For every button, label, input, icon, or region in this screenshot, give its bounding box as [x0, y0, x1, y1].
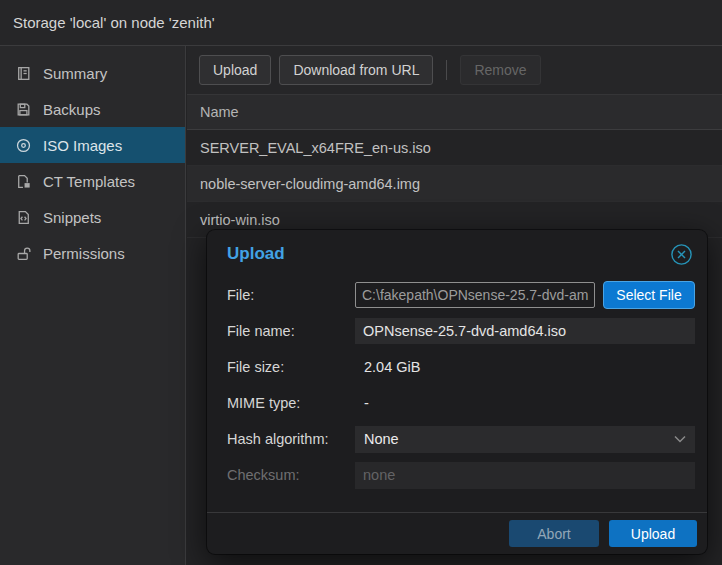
code-file-icon [15, 209, 32, 226]
file-name-field[interactable]: OPNsense-25.7-dvd-amd64.iso [355, 318, 695, 344]
checksum-label: Checksum: [227, 467, 355, 483]
remove-button: Remove [460, 55, 540, 85]
floppy-icon [15, 101, 32, 118]
upload-dialog-footer: Abort Upload [207, 512, 707, 554]
sidebar-item-iso-images[interactable]: ISO Images [0, 127, 185, 163]
column-header-name[interactable]: Name [187, 95, 722, 130]
file-size-row: File size: 2.04 GiB [227, 354, 695, 380]
file-cube-icon [15, 173, 32, 190]
upload-dialog-header: Upload [207, 230, 707, 278]
file-name-label: File name: [227, 323, 355, 339]
mime-type-value: - [355, 395, 369, 411]
sidebar-item-label: Backups [43, 101, 101, 118]
dialog-upload-button[interactable]: Upload [609, 520, 697, 547]
sidebar-item-label: CT Templates [43, 173, 135, 190]
page-title: Storage 'local' on node 'zenith' [13, 14, 215, 31]
upload-button[interactable]: Upload [199, 55, 271, 85]
select-file-button[interactable]: Select File [603, 281, 695, 309]
sidebar-item-permissions[interactable]: Permissions [0, 235, 185, 271]
hash-algorithm-row: Hash algorithm: None [227, 426, 695, 452]
sidebar-item-label: ISO Images [43, 137, 122, 154]
file-size-label: File size: [227, 359, 355, 375]
notebook-icon [15, 65, 32, 82]
sidebar-item-snippets[interactable]: Snippets [0, 199, 185, 235]
toolbar: Upload Download from URL Remove [187, 46, 722, 95]
upload-dialog-body: File: Select File File name: OPNsense-25… [207, 278, 707, 488]
sidebar-item-label: Snippets [43, 209, 101, 226]
file-name-row: File name: OPNsense-25.7-dvd-amd64.iso [227, 318, 695, 344]
sidebar-item-ct-templates[interactable]: CT Templates [0, 163, 185, 199]
file-size-value: 2.04 GiB [355, 359, 420, 375]
dialog-title: Upload [227, 244, 285, 264]
download-from-url-button[interactable]: Download from URL [279, 55, 433, 85]
sidebar-item-label: Permissions [43, 245, 125, 262]
mime-type-label: MIME type: [227, 395, 355, 411]
sidebar-item-summary[interactable]: Summary [0, 55, 185, 91]
iso-file-name: SERVER_EVAL_x64FRE_en-us.iso [200, 140, 431, 156]
hash-algorithm-select[interactable]: None [355, 426, 695, 453]
iso-file-name: noble-server-cloudimg-amd64.img [200, 176, 420, 192]
table-row[interactable]: noble-server-cloudimg-amd64.img [187, 166, 722, 202]
file-row: File: Select File [227, 282, 695, 308]
sidebar-item-label: Summary [43, 65, 107, 82]
checksum-row: Checksum: [227, 462, 695, 488]
abort-button: Abort [509, 520, 599, 547]
window-title-bar: Storage 'local' on node 'zenith' [0, 0, 722, 46]
file-label: File: [227, 287, 355, 303]
table-row[interactable]: SERVER_EVAL_x64FRE_en-us.iso [187, 130, 722, 166]
unlock-icon [15, 245, 32, 262]
sidebar-item-backups[interactable]: Backups [0, 91, 185, 127]
hash-algorithm-value: None [364, 431, 399, 447]
iso-file-name: virtio-win.iso [200, 212, 280, 228]
storage-sidebar: Summary Backups ISO Images CT Templates … [0, 46, 186, 565]
hash-algorithm-label: Hash algorithm: [227, 431, 355, 447]
upload-dialog: Upload File: Select File File name: OPNs… [207, 230, 707, 554]
checksum-input [355, 462, 695, 489]
mime-type-row: MIME type: - [227, 390, 695, 416]
disc-icon [15, 137, 32, 154]
toolbar-separator [446, 60, 447, 80]
file-path-input[interactable] [355, 282, 595, 308]
chevron-down-icon [674, 435, 686, 443]
close-icon[interactable] [670, 243, 693, 266]
